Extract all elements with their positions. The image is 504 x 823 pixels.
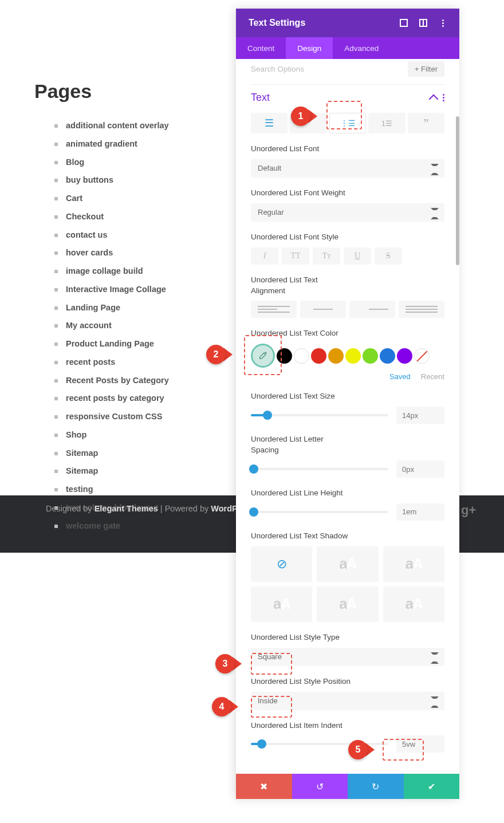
callout-3: 3 (215, 654, 242, 674)
save-button[interactable]: ✔ (404, 774, 460, 799)
shadow-field: Unordered List Text Shadow ⊘ aA aA aA aA… (251, 531, 444, 622)
recent-colors-tab[interactable]: Recent (421, 372, 444, 381)
list-item: welcome gate (66, 520, 229, 533)
uppercase-button[interactable]: TT (282, 247, 309, 265)
shadow-preset-4[interactable]: aA (317, 586, 378, 622)
cancel-button[interactable]: ✖ (236, 774, 292, 799)
size-field: Unordered List Text Size 14px (251, 391, 444, 424)
lineheight-slider[interactable] (251, 511, 388, 513)
size-value[interactable]: 14px (396, 407, 444, 424)
list-item: contact us (66, 229, 229, 242)
list-item: Landing Page (66, 302, 229, 314)
list-item: recent posts (66, 356, 229, 369)
tab-paragraph-icon[interactable]: ☰ (251, 113, 288, 133)
list-item: Cart (66, 192, 229, 205)
tab-quote-icon[interactable]: ” (408, 113, 444, 133)
shadow-preset-3[interactable]: aA (251, 586, 312, 622)
list-item: hover cards (66, 247, 229, 259)
pages-list: additional content overlay animated grad… (34, 120, 229, 532)
list-item: testing (66, 483, 229, 496)
redo-button[interactable]: ↻ (348, 774, 404, 799)
list-item: Sitemap (66, 447, 229, 460)
page-title: Pages (34, 80, 229, 103)
callout-4: 4 (212, 697, 238, 716)
underline-button[interactable]: U (344, 247, 371, 265)
tab-ol-icon[interactable]: 1☰ (368, 113, 405, 133)
footer-actions: ✖ ↺ ↻ ✔ (236, 774, 459, 799)
swatch-clear[interactable] (414, 348, 430, 364)
spacing-field: Unordered List Letter Spacing 0px (251, 434, 444, 478)
list-item: Interactive Image Collage (66, 283, 229, 296)
list-item: Recent Posts by Category (66, 375, 229, 387)
align-field: Unordered List Text Alignment (251, 275, 444, 318)
header-icons (400, 19, 447, 27)
section-title: Text (251, 92, 270, 104)
list-item: Shop (66, 429, 229, 442)
align-justify-button[interactable] (399, 301, 444, 318)
menu-dots-icon[interactable] (439, 19, 447, 27)
page-content: Pages additional content overlay animate… (34, 80, 229, 538)
undo-button[interactable]: ↺ (292, 774, 348, 799)
list-item: animated gradient (66, 138, 229, 151)
list-item: Sitemap (66, 465, 229, 478)
shadow-none-button[interactable]: ⊘ (251, 546, 312, 582)
callout-5: 5 (348, 740, 375, 759)
size-slider[interactable] (251, 414, 388, 416)
footer: Designed by Elegant Themes | Powered by … (46, 504, 241, 513)
list-item: recent posts by category (66, 392, 229, 405)
filter-button[interactable]: + Filter (408, 61, 444, 77)
columns-icon[interactable] (419, 19, 427, 27)
social-gplus-icon[interactable]: g+ (461, 503, 476, 518)
align-center-button[interactable] (300, 301, 346, 318)
list-item: My account (66, 320, 229, 332)
lineheight-value[interactable]: 1em (396, 503, 444, 521)
callout-1: 1 (291, 107, 317, 126)
swatch-purple[interactable] (397, 348, 412, 364)
search-input[interactable]: Search Options (251, 65, 304, 73)
list-item: Blog (66, 156, 229, 169)
chevron-up-icon[interactable] (429, 94, 439, 104)
spacing-slider[interactable] (251, 468, 388, 470)
list-item: buy buttons (66, 174, 229, 187)
list-item: responsive Custom CSS (66, 411, 229, 423)
section-menu-icon[interactable] (443, 94, 444, 101)
footer-theme-link[interactable]: Elegant Themes (94, 504, 158, 513)
smallcaps-button[interactable]: Tт (313, 247, 340, 265)
panel-title: Text Settings (249, 18, 305, 28)
swatch-blue[interactable] (380, 348, 395, 364)
align-right-button[interactable] (349, 301, 395, 318)
swatch-orange[interactable] (328, 348, 344, 364)
italic-button[interactable]: I (251, 247, 278, 265)
panel-tabs: Content Design Advanced (236, 37, 459, 59)
lineheight-field: Unordered List Line Height 1em (251, 488, 444, 521)
weight-field: Unordered List Font Weight Regular (251, 188, 444, 222)
list-item: additional content overlay (66, 120, 229, 132)
shadow-preset-5[interactable]: aA (383, 586, 444, 622)
align-left-button[interactable] (251, 301, 297, 318)
tab-advanced[interactable]: Advanced (333, 37, 390, 59)
panel-header: Text Settings (236, 9, 459, 37)
scrollbar[interactable] (456, 116, 459, 265)
swatch-yellow[interactable] (345, 348, 361, 364)
strikethrough-button[interactable]: S (375, 247, 402, 265)
style-field: Unordered List Font Style I TT Tт U S (251, 232, 444, 265)
list-item: Checkout (66, 211, 229, 223)
weight-select[interactable]: Regular (251, 203, 444, 222)
spacing-value[interactable]: 0px (396, 460, 444, 478)
swatch-green[interactable] (363, 348, 378, 364)
callout-2: 2 (206, 345, 233, 364)
shadow-preset-2[interactable]: aA (383, 546, 444, 582)
shadow-preset-1[interactable]: aA (317, 546, 378, 582)
list-item: image collage build (66, 265, 229, 278)
font-select[interactable]: Default (251, 159, 444, 178)
font-field: Unordered List Font Default (251, 144, 444, 178)
list-item: Product Landing Page (66, 338, 229, 351)
saved-colors-tab[interactable]: Saved (389, 372, 411, 381)
tab-content[interactable]: Content (236, 37, 286, 59)
swatch-red[interactable] (311, 348, 326, 364)
swatch-white[interactable] (294, 348, 309, 364)
tab-design[interactable]: Design (286, 37, 333, 59)
expand-icon[interactable] (400, 19, 408, 27)
